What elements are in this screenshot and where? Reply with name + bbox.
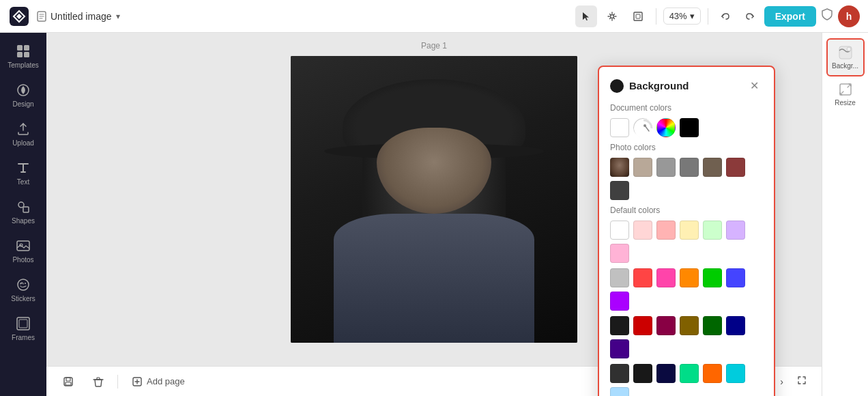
def-color-2-2[interactable] <box>633 268 652 287</box>
default-colors-row-1 <box>610 221 763 263</box>
zoom-control[interactable]: 43% ▾ <box>663 8 701 25</box>
sidebar-item-text[interactable]: Text <box>3 155 44 191</box>
upload-label: Upload <box>12 139 34 147</box>
def-color-1-1[interactable] <box>610 221 629 240</box>
color-swatch-white[interactable] <box>610 118 629 137</box>
def-color-2-5[interactable] <box>703 268 722 287</box>
default-colors-row-2 <box>610 268 763 311</box>
save-icon <box>63 376 74 387</box>
export-button[interactable]: Export <box>764 6 816 27</box>
delete-button[interactable] <box>87 373 109 390</box>
svg-rect-18 <box>19 320 27 328</box>
def-color-4-4[interactable] <box>680 364 699 383</box>
def-color-3-7[interactable] <box>610 339 629 358</box>
def-color-2-1[interactable] <box>610 268 629 287</box>
def-color-3-6[interactable] <box>726 316 745 335</box>
background-popup: Background ✕ Document colors Photo color… <box>598 66 775 396</box>
def-color-1-4[interactable] <box>680 221 699 240</box>
popup-title: Background <box>629 80 689 91</box>
svg-point-15 <box>20 283 22 284</box>
brand-logo-icon <box>10 7 29 26</box>
photo-color-5[interactable] <box>726 158 745 177</box>
popup-header: Background ✕ <box>610 78 763 94</box>
sidebar-item-design[interactable]: Design <box>3 77 44 113</box>
title-area: Untitled image ▾ <box>35 10 570 23</box>
def-color-1-3[interactable] <box>656 221 676 240</box>
svg-rect-12 <box>17 241 29 251</box>
pan-tool-button[interactable] <box>601 5 623 27</box>
fullscreen-button[interactable] <box>793 373 811 390</box>
default-colors-row-4 <box>610 364 763 396</box>
color-swatch-black[interactable] <box>680 118 699 137</box>
main-content: Templates Design Upload Text Shapes Phot… <box>0 33 868 396</box>
sidebar-item-frames[interactable]: Frames <box>3 311 44 347</box>
frame-tool-button[interactable] <box>627 5 649 27</box>
def-color-4-7[interactable] <box>610 387 629 396</box>
bg-color-indicator <box>610 79 624 93</box>
def-color-4-2[interactable] <box>633 364 652 383</box>
def-color-4-5[interactable] <box>703 364 722 383</box>
redo-button[interactable] <box>738 5 760 27</box>
sidebar-item-shapes[interactable]: Shapes <box>3 194 44 230</box>
def-color-1-5[interactable] <box>703 221 722 240</box>
shield-icon <box>820 8 834 25</box>
photo-color-3[interactable] <box>680 158 699 177</box>
photo-colors-row <box>610 158 763 200</box>
panel-item-resize[interactable]: Resize <box>826 76 865 112</box>
add-page-button[interactable]: Add page <box>126 373 190 390</box>
def-color-1-7[interactable] <box>610 244 629 263</box>
undo-button[interactable] <box>715 5 737 27</box>
svg-rect-7 <box>17 52 23 57</box>
def-color-2-6[interactable] <box>726 268 745 287</box>
select-tool-button[interactable] <box>575 5 597 27</box>
photo-color-6[interactable] <box>610 181 629 200</box>
sidebar-item-photos[interactable]: Photos <box>3 233 44 269</box>
svg-rect-3 <box>634 12 642 20</box>
avatar[interactable]: h <box>838 5 860 27</box>
def-color-1-6[interactable] <box>726 221 745 240</box>
background-panel-label: Backgr... <box>832 62 858 70</box>
photo-color-2[interactable] <box>656 158 676 177</box>
next-page-button[interactable]: › <box>776 373 787 390</box>
canvas-area: Page 1 Background ✕ Document colors <box>46 33 822 396</box>
photo-swatch-face[interactable] <box>610 158 629 177</box>
photo-color-4[interactable] <box>703 158 722 177</box>
svg-point-27 <box>847 47 851 51</box>
color-swatch-rainbow[interactable] <box>656 118 676 137</box>
color-swatch-picker[interactable] <box>633 118 652 137</box>
canvas-image <box>291 56 577 343</box>
face-element <box>377 128 491 214</box>
sidebar-item-upload[interactable]: Upload <box>3 116 44 152</box>
svg-rect-8 <box>24 52 29 57</box>
def-color-3-3[interactable] <box>656 316 676 335</box>
add-page-icon <box>132 376 143 387</box>
panel-item-background[interactable]: Backgr... <box>826 38 865 76</box>
def-color-3-4[interactable] <box>680 316 699 335</box>
def-color-2-4[interactable] <box>680 268 699 287</box>
logo <box>8 5 30 27</box>
svg-rect-11 <box>23 207 29 212</box>
bottom-divider <box>117 375 118 388</box>
def-color-2-3[interactable] <box>656 268 676 287</box>
page-label: Page 1 <box>421 41 447 51</box>
popup-close-button[interactable]: ✕ <box>746 78 763 94</box>
photos-label: Photos <box>12 256 33 264</box>
save-button[interactable] <box>57 373 79 390</box>
photo-color-1[interactable] <box>633 158 652 177</box>
def-color-4-6[interactable] <box>726 364 745 383</box>
right-panel: Backgr... Resize <box>822 33 868 396</box>
text-label: Text <box>17 178 29 186</box>
body-element <box>334 214 534 343</box>
sidebar-item-stickers[interactable]: Stickers <box>3 272 44 308</box>
def-color-3-5[interactable] <box>703 316 722 335</box>
svg-rect-6 <box>24 45 29 51</box>
def-color-3-1[interactable] <box>610 316 629 335</box>
sidebar-item-templates[interactable]: Templates <box>3 38 44 74</box>
title-chevron-icon[interactable]: ▾ <box>116 12 120 21</box>
def-color-1-2[interactable] <box>633 221 652 240</box>
def-color-4-3[interactable] <box>656 364 676 383</box>
def-color-2-7[interactable] <box>610 292 629 311</box>
def-color-3-2[interactable] <box>633 316 652 335</box>
svg-rect-24 <box>66 382 71 385</box>
def-color-4-1[interactable] <box>610 364 629 383</box>
